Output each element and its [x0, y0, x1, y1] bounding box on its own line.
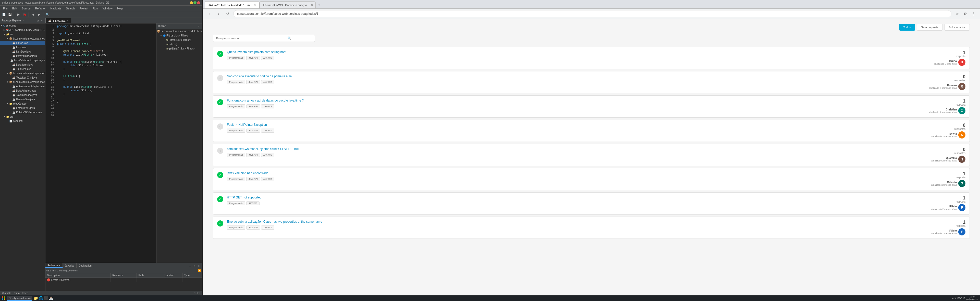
extensions-icon[interactable]: ⚙ [962, 10, 969, 17]
toolbar-run[interactable]: ▶ [16, 12, 21, 17]
filter-solucionados-btn[interactable]: Solucionados [944, 24, 970, 31]
browser-tab-2[interactable]: Fórum JAX-WS : Domine a criação... ✕ [259, 1, 316, 8]
tag-programacao[interactable]: Programação [227, 225, 245, 230]
toolbar-save[interactable]: 💾 [7, 12, 13, 17]
new-tab-button[interactable]: + [316, 1, 323, 8]
tree-src2[interactable]: ▼ 📁 src [0, 114, 45, 119]
forum-item-title[interactable]: javax.xml.bind não encontrado [227, 171, 921, 176]
col-resource[interactable]: Resource [111, 273, 137, 277]
search-input[interactable] [216, 37, 288, 40]
tree-itemvalidador-java[interactable]: ☕ ItemValidador.java [0, 54, 45, 58]
menu-source[interactable]: Source [20, 6, 33, 11]
col-location[interactable]: Location [163, 273, 183, 277]
outline-filtros-constructor2[interactable]: m Filtros() [156, 42, 202, 46]
toolbar-new[interactable]: 📄 [1, 12, 6, 17]
tag-java-api[interactable]: Java API [246, 56, 260, 60]
package-explorer-tree[interactable]: ▼ ⊙ estoques ▶ 📚 JRE System Library [Jav… [0, 24, 45, 291]
outline-filtros-constructor[interactable]: m Filtros(List<Filtros>) [156, 38, 202, 42]
forum-item-title[interactable]: Fault → NullPointerException [227, 123, 921, 127]
col-type[interactable]: Type [183, 273, 202, 277]
taskbar-file-manager-icon[interactable]: 📁 [34, 296, 38, 300]
address-input[interactable] [233, 10, 951, 17]
outline-filtros-class[interactable]: ▼ 🔷 Filtros : List<Filtros> [156, 33, 202, 38]
tab-javadoc[interactable]: Javadoc [63, 263, 76, 268]
taskbar-clock[interactable]: 10:04 08/12/2021 [966, 295, 978, 301]
tab-declaration[interactable]: Declaration [76, 263, 94, 268]
tree-estoques[interactable]: ▼ ⊙ estoques [0, 24, 45, 28]
browser-tab-close-icon[interactable]: ✕ [254, 3, 256, 6]
toolbar-back[interactable]: ◀ [30, 12, 36, 17]
taskbar-app-eclipse[interactable]: ⊙ eclipse-workspace [6, 296, 32, 301]
forum-item-title[interactable]: Funciona com a nova api de datas do paco… [227, 99, 921, 103]
tree-filtros-java[interactable]: ☕ Filtros.java [0, 41, 45, 45]
list-item[interactable]: ✓ javax.xml.bind não encontrado Programa… [213, 168, 970, 190]
taskbar-terminal-icon[interactable]: ⬛ [44, 296, 48, 300]
tree-jre-library[interactable]: ▶ 📚 JRE System Library [JavaSE-13] [0, 28, 45, 32]
toolbar-debug[interactable]: 🐞 [22, 12, 27, 17]
start-button[interactable] [1, 296, 6, 301]
taskbar-chrome-icon[interactable]: 🌐 [39, 296, 43, 300]
filter-sem-resposta-btn[interactable]: Sem resposta [917, 24, 943, 31]
list-item[interactable]: ○ Fault → NullPointerException Programaç… [213, 120, 970, 142]
tab-problems[interactable]: Problems × [45, 263, 63, 268]
tree-tipoitem-java[interactable]: ☕ TipoItem.java [0, 67, 45, 71]
menu-edit[interactable]: Edit [10, 6, 19, 11]
forum-item-title[interactable]: Não consigo executar o código da primeir… [227, 74, 921, 79]
tag-java-api[interactable]: Java API [246, 128, 260, 133]
code-editor[interactable]: 12345 678910 1112131415 1617181920 21222… [45, 24, 156, 263]
tree-item-java[interactable]: ☕ Item.java [0, 45, 45, 49]
filter-icon[interactable]: 🔽 [197, 269, 201, 272]
tag-java-api[interactable]: Java API [246, 177, 260, 181]
filter-todos-btn[interactable]: Todos [899, 24, 915, 31]
tag-jax-ws[interactable]: JAX-WS [261, 105, 274, 108]
problems-maximize-icon[interactable]: □ [192, 264, 196, 268]
editor-tab-filtros[interactable]: ☕ Filtros.java ✕ [45, 18, 71, 23]
tree-itemvalidadorexc-java[interactable]: ☕ ItemValidadorException.java [0, 58, 45, 62]
tag-jax-ws[interactable]: JAX-WS [261, 153, 274, 157]
panel-menu-icon[interactable]: ▾ [40, 19, 44, 22]
tree-estoquews-java[interactable]: ☕ EstoqueWS.java [0, 106, 45, 110]
tree-pkg-usuario[interactable]: ▼ 📦 br.com.caelum.estoque.modelo.usuario [0, 80, 45, 84]
menu-run[interactable]: Run [91, 6, 100, 11]
list-item[interactable]: ✓ Funciona com a nova api de datas do pa… [213, 95, 970, 117]
forum-item-title[interactable]: Queria levanta este projeto com spring b… [227, 50, 921, 54]
tag-programacao[interactable]: Programação [227, 177, 245, 181]
outline-menu-icon[interactable]: ▾ [197, 24, 200, 28]
list-item[interactable]: ✓ Queria levanta este projeto com spring… [213, 47, 970, 69]
col-description[interactable]: Description [45, 273, 111, 277]
tree-itemdao-java[interactable]: ☕ ItemDao.java [0, 49, 45, 54]
outline-tree[interactable]: 📦 br.com.caelum.estoque.modelo.Item ▼ 🔷 … [156, 29, 202, 263]
forum-item-title[interactable]: Erro ao subir a aplicação : Class has tw… [227, 220, 921, 224]
maximize-button[interactable] [193, 1, 197, 4]
menu-refactor[interactable]: Refactor [33, 6, 48, 11]
tag-jax-ws[interactable]: JAX-WS [261, 225, 274, 230]
tag-programacao[interactable]: Programação [227, 201, 245, 205]
tree-testesxml-java[interactable]: ☕ TesteItemXml.java [0, 76, 45, 80]
toolbar-forward[interactable]: ▶ [36, 12, 42, 17]
menu-search[interactable]: Search [64, 6, 77, 11]
tree-usuariodao-java[interactable]: ☕ UsuarioDao.java [0, 97, 45, 101]
taskbar-eclipse-pin-icon[interactable]: ☕ [49, 296, 53, 300]
list-item[interactable]: ○ Não consigo executar o código da prime… [213, 71, 970, 93]
outline-root[interactable]: 📦 br.com.caelum.estoque.modelo.Item [156, 29, 202, 33]
tag-programacao[interactable]: Programação [227, 153, 245, 157]
collapse-all-icon[interactable]: ⊟ [36, 19, 40, 22]
minimize-button[interactable] [190, 1, 193, 4]
menu-navigate[interactable]: Navigate [48, 6, 63, 11]
table-row[interactable]: ⛔ Errors (65 items) [45, 277, 202, 282]
bookmark-icon[interactable]: ☆ [953, 10, 961, 17]
list-item[interactable]: ✓ Erro ao subir a aplicação : Class has … [213, 217, 970, 239]
outline-getlista[interactable]: m getLista() : List<Filtros> [156, 46, 202, 51]
tag-programacao[interactable]: Programação [227, 56, 245, 60]
menu-help[interactable]: Help [115, 6, 125, 11]
toolbar-search[interactable]: 🔍 [45, 12, 50, 17]
problems-minimize-icon[interactable]: ─ [188, 264, 192, 268]
menu-window[interactable]: Window [100, 6, 115, 11]
tab-close-icon[interactable]: ✕ [66, 20, 68, 22]
tag-java-api[interactable]: Java API [246, 225, 260, 230]
forum-page[interactable]: Todos Sem resposta Solucionados 🔍 ✓ Quer… [203, 19, 980, 301]
tree-src[interactable]: ▼ 📁 src [0, 32, 45, 36]
tree-dateadapter-java[interactable]: ☕ DateAdapter.java [0, 89, 45, 93]
menu-project[interactable]: Project [77, 6, 90, 11]
forum-search-box[interactable]: 🔍 [213, 35, 315, 42]
